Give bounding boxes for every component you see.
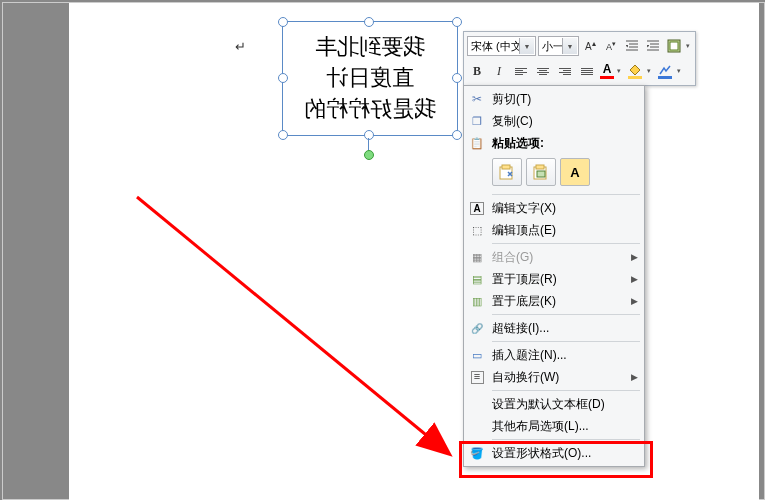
edit-vertex-icon bbox=[468, 221, 486, 239]
paste-options-row: A bbox=[464, 154, 644, 192]
menu-copy[interactable]: 复制(C) bbox=[464, 110, 644, 132]
increase-indent-button[interactable] bbox=[643, 36, 662, 56]
cut-icon bbox=[468, 90, 486, 108]
blank-icon bbox=[468, 395, 486, 413]
resize-handle-tr[interactable] bbox=[452, 17, 462, 27]
send-back-icon bbox=[468, 292, 486, 310]
menu-separator bbox=[492, 390, 640, 391]
decrease-indent-button[interactable] bbox=[622, 36, 641, 56]
font-size-combo[interactable]: 小一 ▼ bbox=[538, 36, 579, 56]
paste-option-text-only[interactable]: A bbox=[560, 158, 590, 186]
textbox-line: 直度日计 bbox=[326, 63, 414, 94]
hyperlink-icon bbox=[468, 319, 486, 337]
align-left-button[interactable] bbox=[511, 61, 531, 81]
selected-textbox[interactable]: 我要到北丰 直度日计 我是好柠柠的 bbox=[282, 21, 458, 136]
dropdown-arrow-icon[interactable]: ▼ bbox=[562, 38, 577, 54]
rotate-handle[interactable] bbox=[364, 150, 374, 160]
menu-group: 组合(G) ▶ bbox=[464, 246, 644, 268]
submenu-arrow-icon: ▶ bbox=[631, 274, 638, 284]
edit-text-icon bbox=[468, 199, 486, 217]
font-size-value: 小一 bbox=[542, 39, 564, 54]
shape-fill-button[interactable]: ▾ bbox=[625, 61, 653, 81]
paste-option-keep-source[interactable] bbox=[492, 158, 522, 186]
caption-icon bbox=[468, 346, 486, 364]
menu-send-back[interactable]: 置于底层(K) ▶ bbox=[464, 290, 644, 312]
menu-edit-vertex[interactable]: 编辑顶点(E) bbox=[464, 219, 644, 241]
align-justify-button[interactable] bbox=[577, 61, 597, 81]
menu-hyperlink[interactable]: 超链接(I)... bbox=[464, 317, 644, 339]
blank-icon bbox=[468, 417, 486, 435]
context-menu: 剪切(T) 复制(C) 粘贴选项: A 编辑文字(X) bbox=[463, 85, 645, 467]
dropdown-arrow-icon[interactable]: ▼ bbox=[519, 38, 534, 54]
menu-cut[interactable]: 剪切(T) bbox=[464, 88, 644, 110]
format-shape-icon bbox=[468, 444, 486, 462]
resize-handle-tl[interactable] bbox=[278, 17, 288, 27]
menu-edit-text[interactable]: 编辑文字(X) bbox=[464, 197, 644, 219]
submenu-arrow-icon: ▶ bbox=[631, 296, 638, 306]
resize-handle-bl[interactable] bbox=[278, 130, 288, 140]
paste-icon bbox=[468, 134, 486, 152]
menu-bring-front[interactable]: 置于顶层(R) ▶ bbox=[464, 268, 644, 290]
paste-option-picture[interactable] bbox=[526, 158, 556, 186]
quick-styles-button[interactable]: ▾ bbox=[664, 36, 692, 56]
bring-front-icon bbox=[468, 270, 486, 288]
resize-handle-ml[interactable] bbox=[278, 73, 288, 83]
textbox-line: 我是好柠柠的 bbox=[304, 94, 436, 125]
font-name-value: 宋体 (中文 bbox=[471, 39, 522, 54]
bold-button[interactable]: B bbox=[467, 61, 487, 81]
resize-handle-tm[interactable] bbox=[364, 17, 374, 27]
submenu-arrow-icon: ▶ bbox=[631, 372, 638, 382]
mini-toolbar: 宋体 (中文 ▼ 小一 ▼ A▴ A▾ ▾ B I bbox=[463, 31, 696, 86]
shape-outline-button[interactable]: ▾ bbox=[655, 61, 683, 81]
resize-handle-mr[interactable] bbox=[452, 73, 462, 83]
group-icon bbox=[468, 248, 486, 266]
shrink-font-button[interactable]: A▾ bbox=[602, 36, 621, 56]
italic-button[interactable]: I bbox=[489, 61, 509, 81]
menu-other-layout[interactable]: 其他布局选项(L)... bbox=[464, 415, 644, 437]
svg-rect-6 bbox=[537, 171, 545, 177]
menu-insert-caption[interactable]: 插入题注(N)... bbox=[464, 344, 644, 366]
menu-set-default-textbox[interactable]: 设置为默认文本框(D) bbox=[464, 393, 644, 415]
font-name-combo[interactable]: 宋体 (中文 ▼ bbox=[467, 36, 536, 56]
submenu-arrow-icon: ▶ bbox=[631, 252, 638, 262]
align-center-button[interactable] bbox=[533, 61, 553, 81]
paragraph-mark: ↵ bbox=[235, 39, 246, 54]
text-wrap-icon bbox=[468, 368, 486, 386]
menu-format-shape[interactable]: 设置形状格式(O)... bbox=[464, 442, 644, 464]
svg-rect-3 bbox=[502, 165, 510, 169]
svg-rect-1 bbox=[670, 42, 678, 50]
menu-separator bbox=[492, 439, 640, 440]
resize-handle-br[interactable] bbox=[452, 130, 462, 140]
align-right-button[interactable] bbox=[555, 61, 575, 81]
menu-auto-wrap[interactable]: 自动换行(W) ▶ bbox=[464, 366, 644, 388]
copy-icon bbox=[468, 112, 486, 130]
resize-handle-bm[interactable] bbox=[364, 130, 374, 140]
svg-rect-5 bbox=[536, 165, 544, 169]
textbox-line: 我要到北丰 bbox=[315, 32, 425, 63]
font-color-button[interactable]: A ▾ bbox=[599, 63, 623, 79]
menu-separator bbox=[492, 243, 640, 244]
grow-font-button[interactable]: A▴ bbox=[581, 36, 600, 56]
menu-separator bbox=[492, 314, 640, 315]
menu-paste-header: 粘贴选项: bbox=[464, 132, 644, 154]
menu-separator bbox=[492, 194, 640, 195]
menu-separator bbox=[492, 341, 640, 342]
